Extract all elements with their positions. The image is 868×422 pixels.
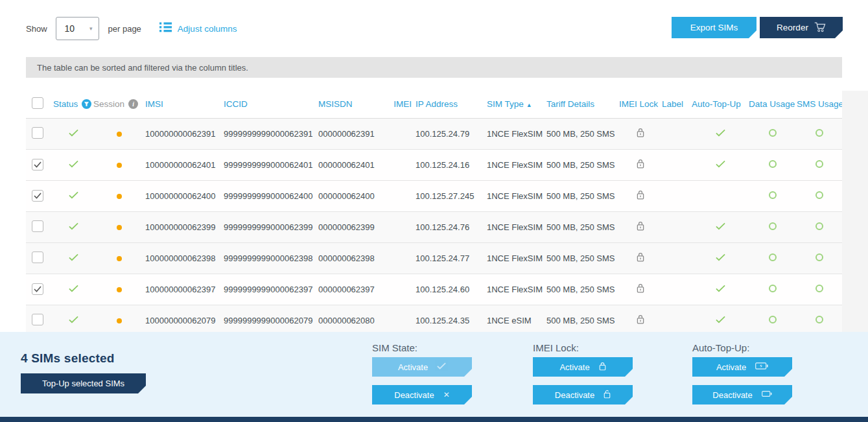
table-header-row: Status Session i IMSI ICCID MSISDN IMEI	[26, 91, 842, 118]
session-cell	[93, 242, 145, 274]
column-header-ip[interactable]: IP Address	[416, 91, 487, 118]
column-header-auto-top-up[interactable]: Auto-Top-Up	[692, 91, 749, 118]
column-header-imsi[interactable]: IMSI	[145, 91, 224, 118]
imei-lock-cell[interactable]	[619, 180, 662, 211]
row-checkbox[interactable]	[32, 190, 43, 202]
list-columns-icon	[159, 22, 172, 35]
auto-top-up-check-icon	[716, 129, 725, 139]
data-usage-cell[interactable]	[749, 180, 797, 211]
table-row: 100000000062401 9999999999000062401 0000…	[26, 149, 842, 180]
sms-usage-cell[interactable]	[797, 211, 842, 242]
data-usage-cell[interactable]	[749, 305, 797, 332]
table-row: 100000000062391 9999999999000062391 0000…	[26, 118, 842, 149]
imei-lock-cell[interactable]	[619, 274, 662, 305]
auto-top-up-activate-button[interactable]: Activate	[692, 357, 792, 377]
sms-usage-cell[interactable]	[797, 274, 842, 305]
status-cell	[53, 211, 93, 242]
sms-usage-ring-icon	[815, 129, 823, 137]
lock-icon	[637, 316, 644, 326]
sms-usage-cell[interactable]	[797, 242, 842, 274]
session-online-dot-icon	[117, 287, 122, 292]
auto-top-up-cell	[692, 305, 749, 332]
check-icon	[437, 362, 446, 371]
row-select-cell	[26, 180, 53, 211]
imei-lock-cell[interactable]	[619, 149, 662, 180]
data-usage-cell[interactable]	[749, 274, 797, 305]
column-header-sim-type[interactable]: SIM Type▲	[487, 91, 546, 118]
data-usage-cell[interactable]	[749, 242, 797, 274]
ip-address-cell: 100.125.24.79	[416, 118, 487, 149]
page-size-select[interactable]: 10 ▾	[56, 17, 99, 40]
imei-lock-cell[interactable]	[619, 211, 662, 242]
data-usage-cell[interactable]	[749, 211, 797, 242]
column-header-sms-usage[interactable]: SMS Usage	[797, 91, 842, 118]
lock-icon	[637, 130, 644, 139]
info-icon[interactable]: i	[128, 99, 138, 109]
imsi-cell: 100000000062397	[145, 274, 224, 305]
sms-usage-cell[interactable]	[797, 149, 842, 180]
sim-type-cell: 1NCE FlexSIM	[487, 149, 546, 180]
sim-state-deactivate-button[interactable]: Deactivate ✕	[372, 385, 472, 404]
row-checkbox[interactable]	[32, 127, 43, 139]
table-row: 100000000062397 9999999999000062397 0000…	[26, 274, 842, 305]
column-header-imei-lock[interactable]: IMEI Lock	[619, 91, 662, 118]
reorder-button[interactable]: Reorder	[760, 17, 843, 38]
status-cell	[53, 305, 93, 332]
iccid-cell: 9999999999000062399	[224, 211, 318, 242]
iccid-cell: 9999999999000062079	[224, 305, 318, 332]
status-active-check-icon	[69, 316, 78, 325]
imei-lock-cell[interactable]	[619, 305, 662, 332]
column-header-msisdn[interactable]: MSISDN	[318, 91, 384, 118]
data-usage-cell[interactable]	[749, 118, 797, 149]
column-header-iccid[interactable]: ICCID	[224, 91, 318, 118]
sms-usage-cell[interactable]	[797, 180, 842, 211]
tariff-cell: 500 MB, 250 SMS	[546, 274, 619, 305]
tariff-cell: 500 MB, 250 SMS	[546, 242, 619, 274]
auto-top-up-deactivate-label: Deactivate	[712, 390, 752, 400]
filter-icon[interactable]	[82, 99, 91, 109]
row-checkbox[interactable]	[32, 159, 43, 170]
sms-usage-ring-icon	[815, 160, 823, 168]
row-select-cell	[26, 242, 53, 274]
auto-top-up-cell	[692, 149, 749, 180]
top-up-selected-button[interactable]: Top-Up selected SIMs	[21, 373, 146, 393]
imei-lock-cell[interactable]	[619, 118, 662, 149]
column-header-tariff[interactable]: Tariff Details	[546, 91, 619, 118]
auto-top-up-check-icon	[716, 285, 725, 294]
column-header-imei[interactable]: IMEI	[384, 91, 416, 118]
auto-top-up-deactivate-button[interactable]: Deactivate	[692, 385, 792, 404]
auto-top-up-cell	[692, 118, 749, 149]
imei-lock-activate-button[interactable]: Activate	[533, 357, 633, 377]
export-sims-button[interactable]: Export SIMs	[672, 17, 757, 38]
row-checkbox[interactable]	[32, 252, 43, 263]
tariff-header-label: Tariff Details	[546, 99, 594, 109]
lock-icon	[637, 254, 644, 264]
row-checkbox[interactable]	[32, 283, 43, 295]
imei-lock-deactivate-button[interactable]: Deactivate	[533, 385, 633, 404]
row-checkbox[interactable]	[32, 220, 43, 232]
sims-selected-count: 4 SIMs selected	[21, 351, 115, 366]
row-select-cell	[26, 274, 53, 305]
msisdn-cell: 000000062397	[318, 274, 384, 305]
column-header-label[interactable]: Label	[662, 91, 692, 118]
select-all-checkbox[interactable]	[32, 97, 43, 109]
sim-type-cell: 1NCE eSIM	[487, 305, 546, 332]
column-header-status[interactable]: Status	[53, 91, 93, 118]
session-cell	[93, 211, 145, 242]
imei-cell	[384, 211, 416, 242]
sim-table: Status Session i IMSI ICCID MSISDN IMEI	[26, 91, 842, 332]
sim-state-deactivate-label: Deactivate	[394, 390, 434, 400]
adjust-columns-button[interactable]: Adjust columns	[159, 22, 237, 35]
row-checkbox[interactable]	[32, 314, 43, 325]
session-cell	[93, 305, 145, 332]
data-usage-cell[interactable]	[749, 149, 797, 180]
row-select-cell	[26, 149, 53, 180]
imei-lock-activate-label: Activate	[559, 362, 589, 372]
column-header-session[interactable]: Session i	[93, 91, 145, 118]
sms-usage-cell[interactable]	[797, 118, 842, 149]
auto-top-up-header-label: Auto-Top-Up	[692, 99, 741, 109]
imei-lock-cell[interactable]	[619, 242, 662, 274]
sms-usage-cell[interactable]	[797, 305, 842, 332]
column-header-data-usage[interactable]: Data Usage	[749, 91, 797, 118]
sim-state-activate-button[interactable]: Activate	[372, 357, 472, 377]
